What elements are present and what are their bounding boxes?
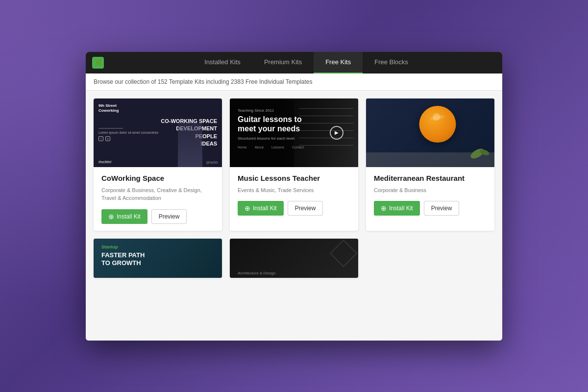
install-label-music: Install Kit: [253, 205, 277, 212]
tab-premium-kits[interactable]: Premium Kits: [252, 52, 314, 74]
install-label-coworking: Install Kit: [117, 213, 141, 220]
cards-grid: 9th StreetCoworking Lorem ipsum dolor si…: [94, 98, 494, 278]
plus-icon-music: ⊕: [245, 205, 250, 212]
card-title-coworking: CoWorking Space: [101, 174, 214, 182]
coworking-small-title: 9th StreetCoworking: [98, 103, 159, 114]
card-image-partial-2: Architecture & Design: [230, 239, 358, 278]
install-kit-mediterranean[interactable]: ⊕ Install Kit: [374, 201, 420, 216]
card-body-mediterranean: Mediterranean Restaurant Corporate & Bus…: [366, 167, 494, 223]
card-body-music: Music Lessons Teacher Events & Music, Tr…: [230, 167, 358, 223]
soup-bowl: [419, 106, 456, 143]
tab-installed-kits[interactable]: Installed Kits: [193, 52, 252, 74]
card-image-music: Teaching Since 2011 Guitar lessons to me…: [230, 98, 358, 167]
tab-free-blocks[interactable]: Free Blocks: [363, 52, 420, 74]
cards-container: 9th StreetCoworking Lorem ipsum dolor si…: [86, 91, 502, 341]
music-sub: Structured lessons for each level: [238, 136, 306, 141]
card-title-music: Music Lessons Teacher: [238, 174, 350, 182]
card-image-mediterranean: [366, 98, 494, 167]
preview-music[interactable]: Preview: [288, 201, 323, 216]
music-nav: Home About Lessons Contact: [238, 146, 306, 149]
music-since: Teaching Since 2011: [238, 108, 306, 113]
card-actions-mediterranean: ⊕ Install Kit Preview: [374, 201, 487, 216]
info-text: Browse our collection of 152 Template Ki…: [94, 78, 312, 85]
preview-mediterranean[interactable]: Preview: [424, 201, 460, 216]
card-tags-mediterranean: Corporate & Business: [374, 186, 487, 195]
card-actions-music: ⊕ Install Kit Preview: [238, 201, 350, 216]
nav-bar: 🌿 Installed Kits Premium Kits Free Kits …: [86, 52, 502, 74]
coworking-text-small: Lorem ipsum dolor sit amet consectetur: [98, 131, 159, 134]
partial-tag-1: Stantup: [101, 245, 118, 249]
install-label-med: Install Kit: [389, 205, 413, 212]
logo-area: 🌿: [86, 52, 110, 74]
install-kit-coworking[interactable]: ⊕ Install Kit: [101, 209, 147, 224]
partial-title-1: FASTER PATHTO GROWTH: [101, 251, 145, 268]
plus-icon: ⊕: [108, 213, 114, 220]
coworking-social-icons: f in: [98, 136, 159, 141]
install-kit-music[interactable]: ⊕ Install Kit: [238, 201, 284, 216]
app-logo: 🌿: [92, 57, 104, 69]
music-text-area: Teaching Since 2011 Guitar lessons to me…: [238, 108, 306, 149]
card-partial-1: Stantup FASTER PATHTO GROWTH: [94, 239, 222, 278]
coworking-logo-text: the9thl: [98, 160, 111, 164]
partial-sub-2: Architecture & Design: [238, 271, 275, 275]
info-bar: Browse our collection of 152 Template Ki…: [86, 74, 502, 91]
card-image-partial-1: Stantup FASTER PATHTO GROWTH: [94, 239, 222, 278]
card-image-coworking: 9th StreetCoworking Lorem ipsum dolor si…: [94, 98, 222, 167]
card-actions-coworking: ⊕ Install Kit Preview: [101, 209, 214, 224]
card-coworking: 9th StreetCoworking Lorem ipsum dolor si…: [94, 98, 222, 231]
person-silhouette: [178, 123, 202, 167]
tab-free-kits[interactable]: Free Kits: [314, 52, 363, 74]
music-headline: Guitar lessons to meet your needs: [238, 115, 306, 133]
plus-icon-med: ⊕: [381, 205, 387, 212]
nav-tabs: Installed Kits Premium Kits Free Kits Fr…: [110, 52, 502, 74]
card-mediterranean: Mediterranean Restaurant Corporate & Bus…: [366, 98, 494, 231]
preview-coworking[interactable]: Preview: [151, 209, 187, 224]
coworking-handle: @fat9th: [206, 161, 218, 164]
app-window: 🌿 Installed Kits Premium Kits Free Kits …: [86, 52, 502, 341]
card-music: Teaching Since 2011 Guitar lessons to me…: [230, 98, 358, 231]
card-tags-coworking: Corporate & Business, Creative & Design,…: [101, 186, 214, 202]
card-partial-2: Architecture & Design: [230, 239, 358, 278]
play-button[interactable]: ▶: [330, 126, 343, 140]
card-title-mediterranean: Mediterranean Restaurant: [374, 174, 487, 182]
coworking-left: 9th StreetCoworking Lorem ipsum dolor si…: [98, 103, 159, 142]
card-tags-music: Events & Music, Trade Services: [238, 186, 350, 195]
card-body-coworking: CoWorking Space Corporate & Business, Cr…: [94, 167, 222, 231]
